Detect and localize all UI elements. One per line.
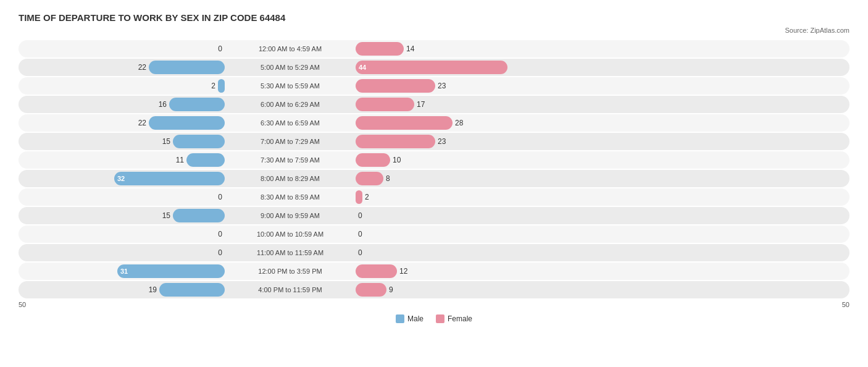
time-label: 8:00 AM to 8:29 AM: [228, 175, 352, 182]
male-value: 15: [156, 137, 170, 146]
female-bar: [356, 190, 362, 204]
right-section: 0: [352, 227, 849, 241]
axis-right: 50: [842, 301, 849, 308]
male-bar: [159, 283, 225, 297]
male-value: 22: [131, 119, 146, 127]
male-value: 0: [207, 193, 222, 201]
time-label: 9:00 AM to 9:59 AM: [228, 212, 352, 219]
female-value: 10: [393, 156, 407, 164]
left-section: 0: [19, 190, 228, 204]
male-value: 15: [156, 211, 170, 220]
right-section: 9: [352, 283, 849, 297]
time-label: 11:00 AM to 11:59 AM: [228, 249, 352, 256]
female-bar: [356, 42, 404, 56]
time-label: 5:30 AM to 5:59 AM: [228, 82, 352, 90]
left-section: 31: [19, 264, 228, 278]
female-bar: [356, 135, 435, 148]
time-label: 10:00 AM to 10:59 AM: [228, 230, 352, 238]
bar-row: 159:00 AM to 9:59 AM0: [19, 207, 849, 224]
right-section: 0: [352, 246, 849, 259]
right-section: 23: [352, 135, 849, 148]
left-section: 0: [19, 246, 228, 259]
female-value: 2: [365, 193, 380, 201]
female-value: 0: [358, 248, 373, 257]
right-section: 28: [352, 116, 849, 130]
male-value: 19: [142, 285, 157, 294]
female-value: 8: [386, 174, 401, 183]
male-bar: [149, 116, 225, 130]
right-section: 2: [352, 190, 849, 204]
female-bar: [356, 98, 414, 111]
female-bar: [356, 283, 386, 297]
male-bar: 32: [114, 172, 225, 185]
time-label: 6:00 AM to 6:29 AM: [228, 101, 352, 108]
left-section: 22: [19, 61, 228, 74]
male-bar: [169, 98, 225, 111]
female-value: 23: [438, 137, 453, 146]
bar-row: 157:00 AM to 7:29 AM23: [19, 133, 849, 150]
bar-row: 166:00 AM to 6:29 AM17: [19, 96, 849, 113]
right-section: 17: [352, 98, 849, 111]
female-value: 9: [389, 285, 404, 294]
left-section: 15: [19, 209, 228, 222]
female-value: 17: [417, 100, 432, 109]
female-bar: [356, 172, 383, 185]
right-section: 12: [352, 264, 849, 278]
female-bar: [356, 116, 453, 130]
left-section: 16: [19, 98, 228, 111]
right-section: 23: [352, 79, 849, 93]
female-value: 28: [455, 119, 470, 127]
male-value: 11: [169, 156, 184, 164]
male-bar: [173, 135, 225, 148]
female-bar: [356, 264, 397, 278]
source-label: Source: ZipAtlas.com: [19, 27, 849, 34]
legend-male-box: [396, 314, 404, 323]
bar-row: 3112:00 PM to 3:59 PM12: [19, 263, 849, 280]
female-value: 0: [358, 230, 373, 238]
bar-row: 194:00 PM to 11:59 PM9: [19, 281, 849, 298]
legend-male: Male: [396, 314, 424, 323]
male-value: 31: [117, 268, 131, 275]
male-value: 0: [207, 44, 222, 53]
male-value: 32: [114, 175, 128, 182]
female-value: 12: [399, 267, 414, 276]
time-label: 7:00 AM to 7:29 AM: [228, 138, 352, 145]
legend-female-label: Female: [448, 314, 472, 323]
bar-row: 226:30 AM to 6:59 AM28: [19, 114, 849, 132]
male-bar: [149, 61, 225, 74]
female-value: 44: [356, 64, 369, 71]
chart-title: TIME OF DEPARTURE TO WORK BY SEX IN ZIP …: [19, 12, 849, 23]
legend-female: Female: [436, 314, 472, 323]
male-bar: [186, 153, 225, 167]
female-value: 14: [406, 44, 421, 53]
female-bar: [356, 153, 390, 167]
bar-row: 012:00 AM to 4:59 AM14: [19, 40, 849, 57]
legend-female-box: [436, 314, 444, 323]
time-label: 8:30 AM to 8:59 AM: [228, 193, 352, 201]
male-bar: 31: [117, 264, 225, 278]
male-value: 0: [207, 230, 222, 238]
left-section: 0: [19, 227, 228, 241]
chart-area: 012:00 AM to 4:59 AM14225:00 AM to 5:29 …: [19, 40, 849, 323]
right-section: 0: [352, 209, 849, 222]
male-bar: [218, 79, 225, 93]
female-value: 23: [438, 82, 453, 90]
right-section: 44: [352, 61, 849, 74]
male-bar: [173, 209, 225, 222]
time-label: 12:00 AM to 4:59 AM: [228, 45, 352, 53]
male-value: 0: [207, 248, 222, 257]
bars-container: 012:00 AM to 4:59 AM14225:00 AM to 5:29 …: [19, 40, 849, 298]
legend-male-label: Male: [407, 314, 424, 323]
female-value: 0: [358, 211, 373, 220]
right-section: 14: [352, 42, 849, 56]
axis-left: 50: [19, 301, 26, 308]
right-section: 10: [352, 153, 849, 167]
left-section: 2: [19, 79, 228, 93]
time-label: 7:30 AM to 7:59 AM: [228, 156, 352, 164]
left-section: 11: [19, 153, 228, 167]
female-bar: [356, 79, 435, 93]
left-section: 22: [19, 116, 228, 130]
time-label: 6:30 AM to 6:59 AM: [228, 119, 352, 127]
bar-row: 010:00 AM to 10:59 AM0: [19, 226, 849, 243]
axis-row: 50 50: [19, 301, 849, 311]
